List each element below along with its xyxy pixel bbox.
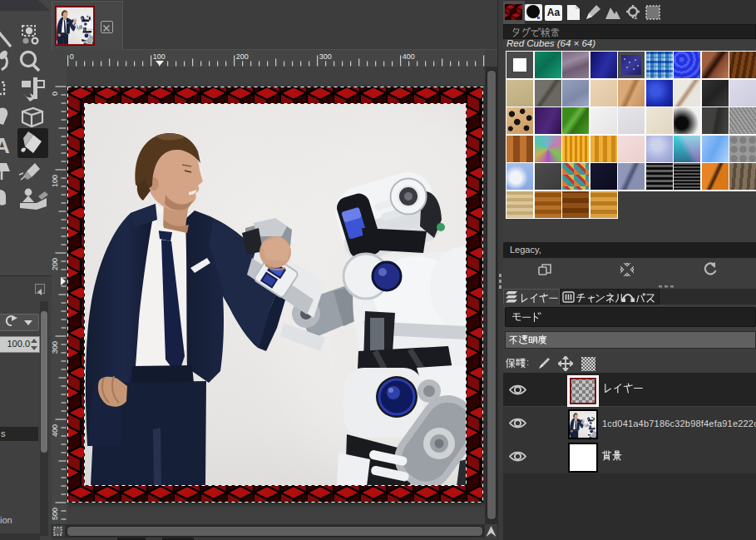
svg-text:1: 1: [634, 13, 638, 21]
svg-text:A: A: [0, 133, 10, 158]
svg-text:0: 0: [70, 52, 74, 61]
svg-text:400: 400: [52, 424, 59, 437]
svg-text:100: 100: [153, 52, 166, 61]
svg-text:0: 0: [52, 92, 59, 96]
svg-text:200: 200: [236, 52, 249, 61]
svg-text:400: 400: [403, 52, 415, 61]
svg-text:500: 500: [52, 508, 59, 520]
svg-text:200: 200: [52, 258, 59, 270]
svg-text:100: 100: [52, 175, 59, 187]
svg-text:300: 300: [319, 52, 332, 61]
svg-text:300: 300: [52, 341, 59, 354]
